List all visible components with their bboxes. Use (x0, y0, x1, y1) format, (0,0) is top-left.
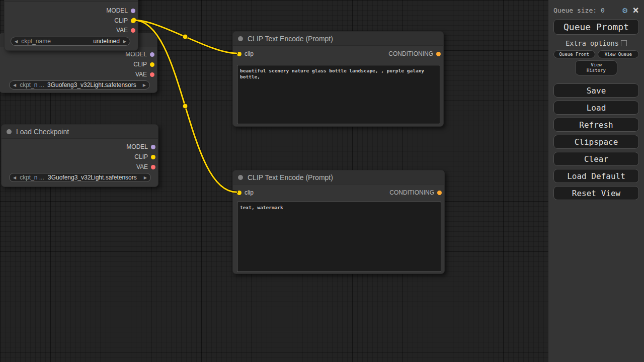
widget-name: ckpt_n ... (20, 81, 44, 88)
slot-label: CLIP (133, 61, 147, 68)
clip-slot-dot[interactable] (131, 19, 135, 23)
queue-actions-row: Queue Front View Queue (553, 50, 639, 58)
wire-midpoint-dot (183, 34, 188, 39)
slot-label: MODEL (125, 51, 147, 58)
ckpt-name-widget[interactable]: ◀ ckpt_name undefined ▶ (11, 37, 130, 46)
output-slot-conditioning[interactable]: CONDITIONING (389, 189, 444, 196)
node-title-bar[interactable] (5, 0, 138, 2)
output-slot-clip[interactable]: CLIP (134, 153, 158, 160)
refresh-button[interactable]: Refresh (553, 118, 639, 132)
vae-slot-dot[interactable] (131, 28, 135, 33)
clip-slot-dot[interactable] (150, 62, 154, 67)
node-status-dot-icon (238, 36, 243, 41)
output-slot-clip[interactable]: CLIP (133, 61, 157, 68)
clip-input-dot[interactable] (237, 52, 242, 56)
slot-label: VAE (136, 163, 148, 170)
node-title-bar[interactable]: CLIP Text Encode (Prompt) (233, 170, 444, 185)
clipspace-button[interactable]: Clipspace (553, 135, 639, 149)
reset-view-button[interactable]: Reset View (553, 186, 639, 200)
queue-front-button[interactable]: Queue Front (553, 50, 595, 58)
load-button[interactable]: Load (553, 101, 639, 115)
widget-prev-arrow-icon[interactable]: ◀ (11, 39, 21, 44)
vae-slot-dot[interactable] (151, 165, 155, 169)
clip-input-dot[interactable] (237, 191, 242, 195)
output-slot-model[interactable]: MODEL (106, 7, 138, 14)
slot-label: MODEL (106, 7, 128, 14)
node-title: Load Checkpoint (16, 128, 69, 136)
conditioning-slot-dot[interactable] (437, 191, 442, 195)
node-status-dot-icon (238, 175, 243, 180)
slot-label: MODEL (126, 143, 148, 150)
widget-name: ckpt_n ... (20, 174, 44, 181)
slot-label: CONDITIONING (389, 189, 434, 196)
comfy-menu-panel: Queue size: 0 ⚙ × Queue Prompt Extra opt… (548, 0, 644, 362)
widget-value: 3Guofeng3_v32Light.safetensors (44, 81, 139, 88)
widget-prev-arrow-icon[interactable]: ◀ (10, 175, 20, 180)
save-button[interactable]: Save (553, 83, 639, 98)
extra-options-label: Extra options (566, 39, 619, 47)
close-icon[interactable]: × (632, 6, 639, 15)
widget-value: 3Guofeng3_v32Light.safetensors (44, 174, 140, 181)
output-slot-model[interactable]: MODEL (126, 143, 158, 150)
widget-prev-arrow-icon[interactable]: ◀ (10, 83, 20, 87)
node-load-checkpoint-top[interactable]: MODEL CLIP VAE ◀ ckpt_name undefined ▶ (4, 0, 138, 51)
node-title-bar[interactable]: Load Checkpoint (2, 125, 158, 139)
extra-options-row: Extra options (553, 39, 639, 47)
slot-label: VAE (135, 71, 147, 78)
node-load-checkpoint[interactable]: Load Checkpoint MODEL CLIP VAE ◀ ckpt_n … (1, 124, 158, 187)
node-clip-text-encode-positive[interactable]: CLIP Text Encode (Prompt) clip CONDITION… (232, 31, 444, 127)
widget-value: undefined (93, 38, 120, 45)
model-slot-dot[interactable] (131, 9, 135, 13)
prompt-textarea[interactable]: beautiful scenery nature glass bottle la… (237, 65, 440, 124)
ckpt-name-widget[interactable]: ◀ ckpt_n ... 3Guofeng3_v32Light.safetens… (9, 80, 150, 89)
widget-next-arrow-icon[interactable]: ▶ (120, 39, 130, 44)
prompt-textarea[interactable]: text, watermark (237, 202, 441, 272)
slot-label: CLIP (134, 153, 148, 160)
output-slot-conditioning[interactable]: CONDITIONING (388, 50, 443, 57)
clear-button[interactable]: Clear (553, 152, 639, 166)
settings-gear-icon[interactable]: ⚙ (622, 5, 627, 15)
node-title: CLIP Text Encode (Prompt) (248, 173, 333, 182)
slot-label: VAE (116, 27, 128, 34)
model-slot-dot[interactable] (150, 52, 154, 57)
output-slot-model[interactable]: MODEL (125, 51, 157, 58)
slot-label: CLIP (114, 17, 128, 24)
node-status-dot-icon (7, 129, 12, 134)
conditioning-slot-dot[interactable] (436, 52, 441, 56)
node-clip-text-encode-negative[interactable]: CLIP Text Encode (Prompt) clip CONDITION… (232, 170, 445, 274)
widget-next-arrow-icon[interactable]: ▶ (140, 175, 150, 180)
node-graph-canvas[interactable]: MODEL CLIP VAE ◀ ckpt_n ... 3Guofeng3_v3… (0, 0, 548, 362)
output-slot-vae[interactable]: VAE (135, 71, 157, 78)
slot-label: clip (245, 189, 254, 196)
input-slot-clip[interactable]: clip (235, 189, 254, 196)
widget-name: ckpt_name (21, 38, 51, 45)
output-slot-clip[interactable]: CLIP (114, 17, 138, 24)
queue-size-row: Queue size: 0 ⚙ × (553, 5, 639, 15)
load-default-button[interactable]: Load Default (553, 169, 639, 183)
node-title: CLIP Text Encode (Prompt) (248, 35, 333, 43)
widget-next-arrow-icon[interactable]: ▶ (139, 83, 149, 87)
vae-slot-dot[interactable] (150, 72, 154, 77)
model-slot-dot[interactable] (151, 145, 155, 149)
slot-label: clip (245, 50, 254, 57)
view-queue-button[interactable]: View Queue (598, 50, 639, 58)
queue-prompt-button[interactable]: Queue Prompt (553, 19, 639, 35)
output-slot-vae[interactable]: VAE (136, 163, 158, 170)
ckpt-name-widget[interactable]: ◀ ckpt_n ... 3Guofeng3_v32Light.safetens… (9, 173, 151, 182)
wire-midpoint-dot (183, 104, 188, 109)
queue-size-label: Queue size: 0 (553, 7, 622, 14)
slot-label: CONDITIONING (388, 50, 433, 57)
output-slot-vae[interactable]: VAE (116, 27, 138, 34)
clip-slot-dot[interactable] (151, 155, 155, 159)
node-title-bar[interactable]: CLIP Text Encode (Prompt) (233, 32, 443, 46)
extra-options-checkbox[interactable] (621, 40, 627, 46)
input-slot-clip[interactable]: clip (235, 50, 254, 57)
view-history-button[interactable]: View History (575, 60, 617, 75)
